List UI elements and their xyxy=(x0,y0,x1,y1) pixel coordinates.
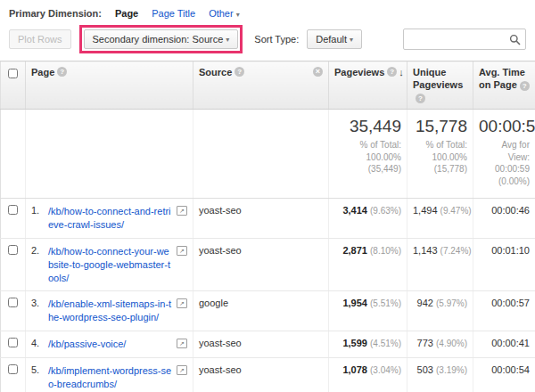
pageviews-value: 2,871 xyxy=(342,245,367,256)
page-link[interactable]: /kb/passive-voice/ xyxy=(48,338,173,351)
column-header-page[interactable]: Page? xyxy=(26,61,193,110)
unique-pageviews-value: 773 xyxy=(417,338,433,348)
avg-time-value: 00:00:57 xyxy=(473,291,535,331)
row-checkbox[interactable] xyxy=(8,205,18,215)
help-icon[interactable]: ? xyxy=(387,67,397,77)
primary-dimension-page-title[interactable]: Page Title xyxy=(152,8,195,19)
remove-secondary-dimension-icon[interactable]: × xyxy=(313,67,323,77)
page-link[interactable]: /kb/how-to-connect-and-retrieve-crawl-is… xyxy=(48,205,173,232)
unique-pageviews-total-sub: % of Total: 100.00% (15,778) xyxy=(413,139,467,176)
unique-pageviews-total: 15,778 xyxy=(413,118,467,136)
search-input[interactable] xyxy=(404,30,509,48)
avg-time-value: 00:00:54 xyxy=(473,357,535,392)
pageviews-total: 35,449 xyxy=(334,118,401,136)
open-page-icon[interactable]: ↗ xyxy=(177,298,187,308)
avg-time-total: 00:00:59 xyxy=(479,118,530,136)
unique-pageviews-value: 1,494 xyxy=(413,205,438,216)
primary-dimension-label: Primary Dimension: xyxy=(9,8,102,19)
unique-pageviews-percent: (4.90%) xyxy=(436,339,467,348)
source-value: google xyxy=(193,291,329,331)
primary-dimension-bar: Primary Dimension: Page Page Title Other… xyxy=(0,0,535,23)
column-header-avg-time[interactable]: Avg. Time on Page? xyxy=(473,61,535,110)
row-checkbox[interactable] xyxy=(8,364,18,374)
column-header-unique-pageviews[interactable]: Unique Pageviews? xyxy=(407,61,473,110)
table-row: 2./kb/how-to-connect-your-website-to-goo… xyxy=(1,238,535,291)
avg-time-total-sub: Avg for View: 00:00:59 (0.00%) xyxy=(479,139,530,187)
help-icon[interactable]: ? xyxy=(416,94,425,103)
avg-time-value: 00:01:10 xyxy=(473,238,535,291)
chevron-down-icon: ▾ xyxy=(350,36,353,44)
row-checkbox[interactable] xyxy=(8,298,18,307)
search-icon[interactable] xyxy=(509,34,521,45)
row-checkbox[interactable] xyxy=(8,245,18,255)
pageviews-value: 1,954 xyxy=(342,298,367,308)
avg-time-value: 00:00:46 xyxy=(473,199,535,239)
help-icon[interactable]: ? xyxy=(57,67,67,77)
sort-descending-icon: ↓ xyxy=(399,67,404,79)
unique-pageviews-value: 942 xyxy=(417,298,433,308)
row-index: 4. xyxy=(31,338,48,348)
open-page-icon[interactable]: ↗ xyxy=(177,365,187,375)
row-checkbox[interactable] xyxy=(8,338,18,347)
unique-pageviews-percent: (3.19%) xyxy=(436,365,467,375)
summary-row: 35,449% of Total: 100.00% (35,449) 15,77… xyxy=(1,110,535,199)
page-link[interactable]: /kb/enable-xml-sitemaps-in-the-wordpress… xyxy=(48,298,173,324)
table-row: 4./kb/passive-voice/↗ yoast-seo 1,599 (4… xyxy=(1,331,535,358)
page-link[interactable]: /kb/how-to-connect-your-website-to-googl… xyxy=(48,245,173,285)
column-header-pageviews[interactable]: Pageviews?↓ xyxy=(329,61,407,110)
table-row: 1./kb/how-to-connect-and-retrieve-crawl-… xyxy=(1,199,535,239)
pageviews-percent: (5.51%) xyxy=(370,298,401,308)
chevron-down-icon: ▾ xyxy=(236,11,240,19)
select-all-cell xyxy=(1,61,26,110)
primary-dimension-page[interactable]: Page xyxy=(115,8,138,19)
row-index: 3. xyxy=(31,298,48,308)
source-value: yoast-seo xyxy=(193,238,329,291)
help-icon[interactable]: ? xyxy=(520,81,530,91)
chevron-down-icon: ▾ xyxy=(226,36,229,44)
source-value: yoast-seo xyxy=(193,331,329,358)
sort-type-label: Sort Type: xyxy=(254,34,299,45)
column-header-source[interactable]: Source?× xyxy=(193,61,329,110)
unique-pageviews-value: 1,143 xyxy=(413,245,438,256)
secondary-dimension-button[interactable]: Secondary dimension: Source▾ xyxy=(84,29,239,49)
table-row: 3./kb/enable-xml-sitemaps-in-the-wordpre… xyxy=(1,291,535,331)
report-toolbar: Plot Rows Secondary dimension: Source▾ S… xyxy=(0,23,535,61)
unique-pageviews-percent: (5.97%) xyxy=(436,298,467,308)
source-value: yoast-seo xyxy=(193,199,329,239)
table-row: 5./kb/implement-wordpress-seo-breadcrumb… xyxy=(1,357,535,392)
pageviews-percent: (4.51%) xyxy=(370,339,401,348)
primary-dimension-other[interactable]: Other▾ xyxy=(209,8,240,19)
help-icon[interactable]: ? xyxy=(235,67,244,77)
plot-rows-button[interactable]: Plot Rows xyxy=(9,29,71,49)
unique-pageviews-percent: (9.47%) xyxy=(440,206,472,216)
pageviews-total-sub: % of Total: 100.00% (35,449) xyxy=(334,139,401,176)
pageviews-percent: (8.10%) xyxy=(370,246,401,256)
pageviews-percent: (3.04%) xyxy=(370,365,401,375)
page-link[interactable]: /kb/implement-wordpress-seo-breadcrumbs/ xyxy=(48,364,173,391)
pageviews-value: 1,599 xyxy=(342,338,367,348)
avg-time-value: 00:00:41 xyxy=(473,331,535,358)
pageviews-value: 1,078 xyxy=(342,364,367,375)
source-value: yoast-seo xyxy=(193,357,329,392)
select-all-checkbox[interactable] xyxy=(8,69,18,78)
annotation-highlight-box: Secondary dimension: Source▾ xyxy=(79,25,243,53)
table-header-row: Page? Source?× Pageviews?↓ Unique Pagevi… xyxy=(1,61,535,110)
row-index: 1. xyxy=(31,205,48,216)
table-search xyxy=(403,29,526,50)
open-page-icon[interactable]: ↗ xyxy=(177,246,187,256)
row-index: 2. xyxy=(31,245,48,256)
sort-type-button[interactable]: Default▾ xyxy=(307,29,362,49)
unique-pageviews-percent: (7.24%) xyxy=(440,246,472,256)
row-index: 5. xyxy=(31,364,48,375)
open-page-icon[interactable]: ↗ xyxy=(177,206,187,216)
pageviews-percent: (9.63%) xyxy=(370,206,401,216)
report-table: Page? Source?× Pageviews?↓ Unique Pagevi… xyxy=(0,61,535,392)
open-page-icon[interactable]: ↗ xyxy=(177,339,187,348)
pageviews-value: 3,414 xyxy=(342,205,367,216)
unique-pageviews-value: 503 xyxy=(417,364,433,375)
